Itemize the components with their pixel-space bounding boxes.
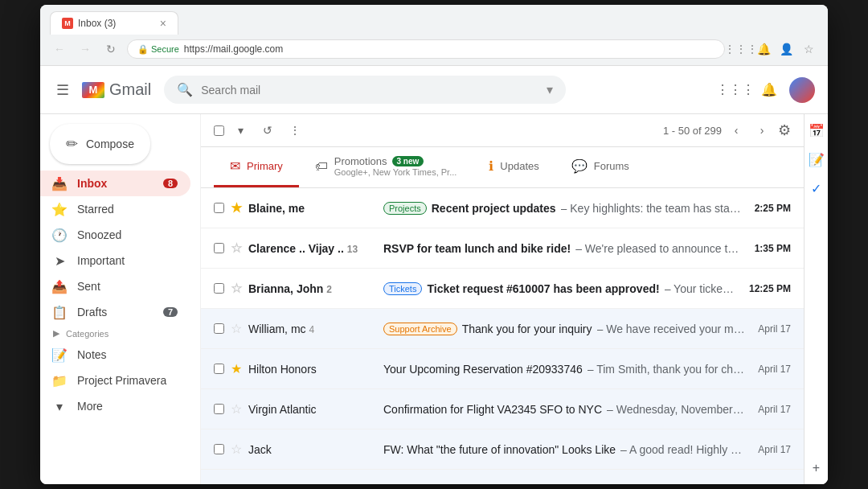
back-button[interactable]: ← bbox=[50, 39, 69, 59]
gmail-body: ✏ Compose 📥 Inbox 8 ⭐ Starred 🕐 Snoozed bbox=[40, 114, 828, 484]
email-checkbox[interactable] bbox=[214, 283, 224, 294]
primary-tab-label: Primary bbox=[247, 160, 283, 172]
prev-page-button[interactable]: ‹ bbox=[725, 119, 747, 142]
settings-icon[interactable]: ⚙ bbox=[778, 121, 791, 139]
email-preview: – We have received your message and ... bbox=[597, 323, 746, 335]
count-text: 1 - 50 of 299 bbox=[663, 125, 722, 137]
star-icon[interactable]: ☆ bbox=[231, 442, 242, 457]
panel-add-icon[interactable]: + bbox=[807, 458, 826, 478]
search-bar[interactable]: 🔍 ▾ bbox=[164, 76, 566, 104]
table-row[interactable]: ☆ William, mc 4 Support Archive Thank yo… bbox=[201, 309, 804, 349]
compose-button[interactable]: ✏ Compose bbox=[50, 124, 150, 164]
sidebar-item-snoozed[interactable]: 🕐 Snoozed bbox=[40, 222, 190, 248]
next-page-button[interactable]: › bbox=[751, 119, 773, 142]
browser-toolbar: ← → ↻ 🔒 Secure https://mail.google.com ⋮… bbox=[50, 35, 818, 65]
tab-primary[interactable]: ✉ Primary bbox=[214, 147, 299, 187]
email-time: 1:35 PM bbox=[748, 243, 791, 254]
mail-toolbar: ▾ ↺ ⋮ 1 - 50 of 299 ‹ › ⚙ bbox=[201, 114, 804, 147]
email-preview: – A good read! Highly recommende... bbox=[620, 443, 745, 456]
active-tab[interactable]: M Inbox (3) × bbox=[50, 11, 178, 35]
sidebar-item-important[interactable]: ➤ Important bbox=[40, 248, 190, 273]
right-panel: 📅 📝 ✓ + bbox=[804, 114, 828, 484]
email-checkbox[interactable] bbox=[214, 203, 224, 213]
account-icon[interactable]: 👤 bbox=[776, 39, 796, 59]
panel-tasks-icon[interactable]: ✓ bbox=[807, 179, 826, 198]
notifications-header-icon[interactable]: 🔔 bbox=[755, 76, 783, 104]
email-checkbox[interactable] bbox=[214, 404, 224, 414]
header-right: ⋮⋮⋮ 🔔 bbox=[722, 76, 815, 104]
search-dropdown-icon[interactable]: ▾ bbox=[547, 82, 553, 97]
table-row[interactable]: ★ Hilton Honors Your Upcoming Reservatio… bbox=[201, 349, 804, 389]
email-checkbox[interactable] bbox=[214, 364, 224, 374]
mail-count: 1 - 50 of 299 ‹ › bbox=[663, 119, 773, 142]
gmail-logo-icon: M bbox=[82, 82, 104, 98]
email-subject: Recent project updates bbox=[432, 202, 556, 215]
tab-forums[interactable]: 💬 Forums bbox=[555, 147, 645, 187]
address-bar[interactable]: 🔒 Secure https://mail.google.com bbox=[127, 39, 725, 59]
hamburger-menu-button[interactable]: ☰ bbox=[53, 78, 72, 102]
search-input[interactable] bbox=[201, 84, 538, 97]
table-row[interactable]: ★ Blaine, me Projects Recent project upd… bbox=[201, 188, 804, 228]
tab-close-button[interactable]: × bbox=[160, 17, 166, 30]
email-body: Tickets Ticket request #610007 has been … bbox=[383, 282, 736, 295]
notification-icon[interactable]: 🔔 bbox=[754, 39, 773, 59]
tab-updates[interactable]: ℹ Updates bbox=[473, 147, 555, 187]
sidebar-item-drafts[interactable]: 📋 Drafts 7 bbox=[40, 299, 190, 325]
email-time: April 17 bbox=[751, 444, 791, 455]
sent-icon: 📤 bbox=[51, 279, 68, 294]
tab-promotions[interactable]: 🏷 Promotions 3 new Google+, New York Tim… bbox=[299, 147, 473, 187]
refresh-button[interactable]: ↺ bbox=[256, 119, 279, 142]
star-icon[interactable]: ☆ bbox=[231, 482, 242, 484]
email-checkbox[interactable] bbox=[214, 444, 224, 454]
email-preview: – Wednesday, November 7th 2015, San... bbox=[607, 403, 745, 416]
sidebar-item-notes[interactable]: 📝 Notes bbox=[40, 342, 190, 368]
table-row[interactable]: ☆ Brianna, John 2 Tickets Ticket request… bbox=[201, 269, 804, 309]
promotions-subtitle: Google+, New York Times, Pr... bbox=[334, 167, 457, 177]
email-preview: – Tim Smith, thank you for choosing Hilt… bbox=[588, 363, 746, 376]
table-row[interactable]: ☆ Virgin Atlantic Confirmation for Fligh… bbox=[201, 389, 804, 429]
email-checkbox[interactable] bbox=[214, 243, 224, 253]
more-options-button[interactable]: ⋮ bbox=[284, 119, 306, 142]
forward-button[interactable]: → bbox=[76, 39, 95, 59]
select-dropdown-button[interactable]: ▾ bbox=[229, 119, 252, 142]
star-icon[interactable]: ☆ bbox=[231, 321, 242, 336]
email-subject: Thank you for your inquiry bbox=[462, 323, 592, 335]
star-icon[interactable]: ★ bbox=[231, 200, 242, 216]
star-icon[interactable]: ☆ bbox=[231, 240, 242, 256]
bookmark-icon[interactable]: ☆ bbox=[799, 39, 818, 59]
email-sender: Brianna, John 2 bbox=[248, 282, 377, 295]
panel-calendar-icon[interactable]: 📅 bbox=[807, 121, 826, 140]
select-all-checkbox[interactable] bbox=[214, 125, 224, 136]
table-row[interactable]: ☆ Clarence .. Vijay .. 13 RSVP for team … bbox=[201, 228, 804, 269]
gmail-logo-text: Gmail bbox=[109, 80, 151, 99]
email-body: Photos from my road trip – Hi all, here … bbox=[383, 483, 745, 485]
sidebar-project-label: Project Primavera bbox=[77, 374, 166, 387]
sidebar-item-starred[interactable]: ⭐ Starred bbox=[40, 196, 190, 222]
email-body: Confirmation for Flight VA2345 SFO to NY… bbox=[383, 403, 745, 416]
inbox-icon: 📥 bbox=[51, 176, 68, 191]
sidebar-categories-header[interactable]: ▶ Categories bbox=[40, 325, 200, 342]
email-sender: Clarence .. Vijay .. 13 bbox=[248, 242, 377, 255]
email-checkbox[interactable] bbox=[214, 323, 224, 334]
email-sender: Hilton Honors bbox=[248, 363, 377, 376]
sidebar-item-more[interactable]: ▾ More bbox=[40, 393, 190, 419]
star-icon[interactable]: ☆ bbox=[231, 401, 242, 417]
email-body: FW: What "the future of innovation" Look… bbox=[383, 443, 745, 456]
table-row[interactable]: ☆ Xander Photos from my road trip – Hi a… bbox=[201, 470, 804, 484]
sidebar-item-inbox[interactable]: 📥 Inbox 8 bbox=[40, 171, 190, 196]
star-icon[interactable]: ★ bbox=[231, 361, 242, 376]
user-avatar[interactable] bbox=[789, 77, 815, 103]
email-sender: Blaine, me bbox=[248, 202, 377, 215]
panel-notes-icon[interactable]: 📝 bbox=[807, 150, 826, 169]
apps-icon[interactable]: ⋮⋮⋮ bbox=[722, 76, 749, 104]
sidebar-item-sent[interactable]: 📤 Sent bbox=[40, 273, 190, 299]
reload-button[interactable]: ↻ bbox=[101, 39, 121, 59]
table-row[interactable]: ☆ Jack FW: What "the future of innovatio… bbox=[201, 429, 804, 470]
sidebar-notes-label: Notes bbox=[77, 348, 107, 361]
star-icon[interactable]: ☆ bbox=[231, 281, 242, 296]
sidebar-item-project-primavera[interactable]: 📁 Project Primavera bbox=[40, 368, 190, 393]
sidebar-inbox-label: Inbox bbox=[77, 177, 107, 190]
email-preview: – Key highlights: the team has started o… bbox=[561, 202, 742, 215]
extensions-icon[interactable]: ⋮⋮⋮ bbox=[731, 39, 751, 59]
browser-chrome: M Inbox (3) × ← → ↻ 🔒 Secure https://mai… bbox=[40, 5, 828, 66]
